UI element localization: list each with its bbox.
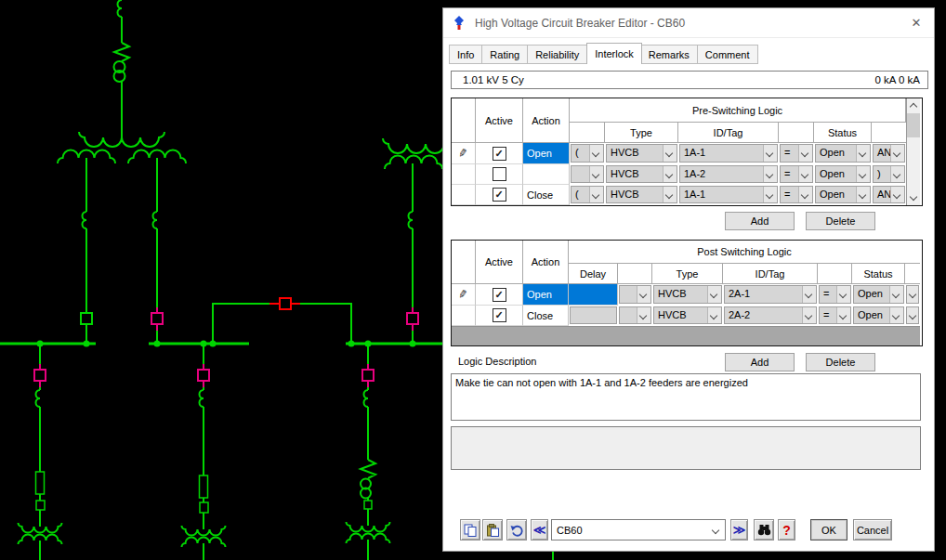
chevron-down-icon[interactable] <box>589 187 603 202</box>
status-dropdown[interactable]: Open <box>853 285 904 304</box>
paren-dropdown[interactable] <box>619 306 651 324</box>
breaker-feeder-b-open[interactable] <box>198 364 209 387</box>
row-selector[interactable]: ✎ <box>452 143 476 164</box>
idtag-dropdown[interactable]: 2A-1 <box>724 285 817 304</box>
find-button[interactable] <box>754 519 774 540</box>
chevron-down-icon[interactable] <box>836 307 850 323</box>
chevron-down-icon[interactable] <box>763 166 777 182</box>
post-add-button[interactable]: Add <box>725 353 795 371</box>
copy-button[interactable] <box>460 519 480 540</box>
chevron-down-icon[interactable] <box>802 307 816 323</box>
operator-dropdown[interactable]: = <box>819 306 851 324</box>
active-checkbox[interactable]: ✓ <box>493 147 506 161</box>
action-cell[interactable]: Close <box>523 306 569 326</box>
idtag-dropdown[interactable]: 2A-2 <box>724 306 817 324</box>
status-dropdown[interactable]: Open <box>815 144 871 163</box>
chevron-down-icon[interactable] <box>856 145 870 162</box>
action-cell[interactable]: Close <box>523 185 570 205</box>
idtag-dropdown[interactable]: 1A-1 <box>679 144 778 163</box>
paren-dropdown[interactable]: ( <box>571 186 604 203</box>
chevron-down-icon[interactable] <box>856 187 870 202</box>
status-dropdown[interactable]: Open <box>815 165 871 183</box>
tab-info[interactable]: Info <box>449 45 482 64</box>
table-scrollbar[interactable] <box>906 98 920 205</box>
help-button[interactable]: ? <box>778 519 795 540</box>
chevron-down-icon[interactable] <box>798 145 812 162</box>
row-selector[interactable] <box>452 185 476 205</box>
type-dropdown[interactable]: HVCB <box>606 186 677 203</box>
next-element-button[interactable]: ≫ <box>730 519 748 540</box>
breaker-feeder-c-open[interactable] <box>362 364 374 387</box>
chevron-down-icon[interactable] <box>907 286 918 303</box>
chevron-down-icon[interactable] <box>890 145 904 162</box>
breaker-main-right-open[interactable] <box>151 307 163 331</box>
chevron-down-icon[interactable] <box>836 286 850 303</box>
scroll-up-icon[interactable] <box>907 98 920 112</box>
chevron-down-icon[interactable] <box>707 307 721 323</box>
breaker-tie-cb60-open[interactable] <box>269 298 300 309</box>
chevron-down-icon[interactable] <box>890 187 904 202</box>
cancel-button[interactable]: Cancel <box>853 519 892 540</box>
post-delete-button[interactable]: Delete <box>806 353 875 371</box>
chevron-down-icon[interactable] <box>890 166 904 182</box>
active-checkbox[interactable]: ✓ <box>493 188 506 202</box>
scrollbar-thumb[interactable] <box>907 113 920 137</box>
status-dropdown[interactable]: Open <box>853 306 904 324</box>
type-dropdown[interactable]: HVCB <box>653 285 722 304</box>
breaker-feeder-a-open[interactable] <box>34 364 46 387</box>
paren-dropdown[interactable]: ( <box>571 144 604 163</box>
logic-dropdown[interactable]: ) <box>873 165 905 183</box>
action-cell[interactable]: Open <box>523 143 570 164</box>
chevron-down-icon[interactable] <box>798 187 812 202</box>
delay-cell[interactable] <box>569 284 618 306</box>
chevron-down-icon[interactable] <box>589 166 603 182</box>
chevron-down-icon[interactable] <box>889 307 903 323</box>
operator-dropdown[interactable]: = <box>780 165 813 183</box>
chevron-down-icon[interactable] <box>856 166 870 182</box>
chevron-down-icon[interactable] <box>637 307 650 323</box>
ok-button[interactable]: OK <box>810 519 847 540</box>
chevron-down-icon[interactable] <box>763 145 777 162</box>
operator-dropdown[interactable]: = <box>780 186 813 203</box>
chevron-down-icon[interactable] <box>763 187 777 202</box>
prev-element-button[interactable]: ≪ <box>531 519 548 540</box>
chevron-down-icon[interactable] <box>889 286 903 303</box>
paren-dropdown[interactable] <box>619 285 651 304</box>
type-dropdown[interactable]: HVCB <box>606 144 677 163</box>
action-cell[interactable]: Open <box>523 284 569 306</box>
active-checkbox[interactable] <box>493 167 506 181</box>
breaker-right-main-open[interactable] <box>407 307 418 331</box>
active-checkbox[interactable]: ✓ <box>493 308 506 322</box>
delay-cell[interactable] <box>570 306 617 324</box>
action-cell[interactable] <box>523 164 570 185</box>
idtag-dropdown[interactable]: 1A-2 <box>679 165 778 183</box>
logic-dropdown[interactable]: AND <box>873 186 905 203</box>
chevron-down-icon[interactable] <box>663 187 677 202</box>
type-dropdown[interactable]: HVCB <box>653 306 722 324</box>
tab-rating[interactable]: Rating <box>482 45 528 64</box>
breaker-main-left-closed[interactable] <box>81 313 92 324</box>
row-selector[interactable] <box>452 164 476 185</box>
tab-comment[interactable]: Comment <box>698 45 758 64</box>
tab-reliability[interactable]: Reliability <box>528 45 587 64</box>
tab-remarks[interactable]: Remarks <box>641 45 698 64</box>
tab-interlock[interactable]: Interlock <box>586 43 642 64</box>
undo-button[interactable] <box>506 519 527 540</box>
chevron-down-icon[interactable] <box>798 166 812 182</box>
type-dropdown[interactable]: HVCB <box>606 165 677 183</box>
logic-dropdown[interactable]: AND <box>873 144 905 163</box>
pre-add-button[interactable]: Add <box>725 212 795 230</box>
operator-dropdown[interactable]: = <box>780 144 813 163</box>
chevron-down-icon[interactable] <box>907 307 918 323</box>
paste-button[interactable] <box>482 519 503 540</box>
logic-dropdown[interactable] <box>906 306 919 324</box>
chevron-down-icon[interactable] <box>637 286 650 303</box>
chevron-down-icon[interactable] <box>663 145 677 162</box>
idtag-dropdown[interactable]: 1A-1 <box>679 186 778 203</box>
active-checkbox[interactable]: ✓ <box>493 288 506 302</box>
device-select-combobox[interactable]: CB60 <box>551 519 726 540</box>
chevron-down-icon[interactable] <box>589 145 603 162</box>
status-dropdown[interactable]: Open <box>815 186 871 203</box>
row-selector[interactable]: ✎ <box>452 284 476 306</box>
row-selector[interactable] <box>452 306 476 326</box>
